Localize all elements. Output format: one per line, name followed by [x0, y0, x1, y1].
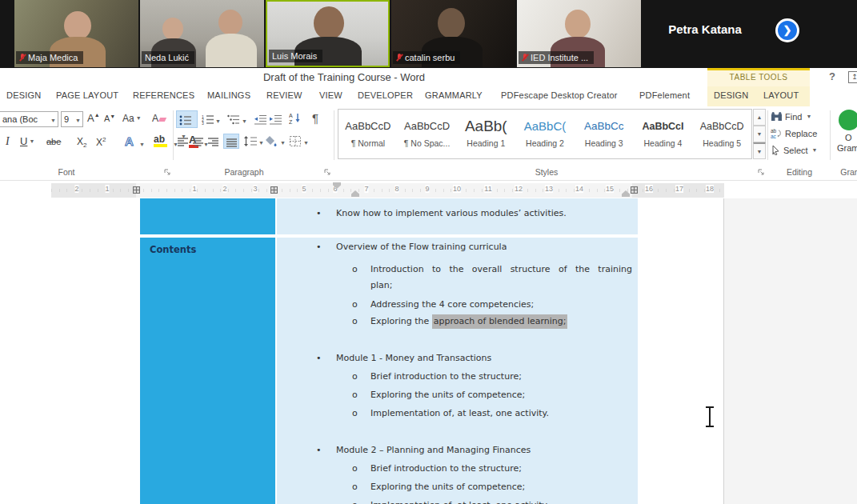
styles-more-button[interactable]: ▼	[753, 142, 766, 159]
circle-bullet-icon: o	[352, 371, 366, 382]
multilevel-list-button[interactable]: ▼	[227, 114, 247, 128]
change-case-button[interactable]: Aa▼	[122, 113, 142, 124]
participant-name-label: catalin serbu	[393, 51, 460, 64]
ruler-number: 7	[364, 185, 368, 193]
help-icon[interactable]: ?	[829, 70, 835, 82]
table-cell-contents-body[interactable]: • Overview of the Flow training curricul…	[277, 238, 638, 504]
video-tile-ied[interactable]: IED Institute ...	[517, 0, 641, 67]
shading-button[interactable]: ▼	[266, 135, 286, 150]
table-column-marker[interactable]	[270, 186, 278, 194]
font-group-label: Font	[58, 167, 74, 177]
align-center-button[interactable]	[193, 136, 204, 150]
binoculars-icon	[771, 111, 783, 122]
replace-button[interactable]: abac Replace	[771, 128, 817, 138]
ruler-number: 12	[515, 185, 523, 193]
numbering-button[interactable]: 123▼	[202, 114, 221, 128]
table-cell-contents-header[interactable]: Contents	[140, 238, 275, 504]
style-normal[interactable]: AaBbCcD ¶ Normal	[338, 110, 398, 158]
font-dialog-launcher[interactable]	[164, 169, 170, 175]
doc-text-clipped: women;	[336, 198, 371, 199]
underline-button[interactable]: U▼	[20, 135, 34, 147]
video-tile-maja[interactable]: Maja Medica	[14, 0, 138, 67]
clear-formatting-button[interactable]: A	[152, 113, 166, 124]
svg-text:ac: ac	[771, 134, 777, 138]
table-column-marker[interactable]	[631, 186, 638, 194]
ribbon-display-options-icon[interactable]: ↥	[848, 71, 857, 83]
table-cell-header-row1[interactable]	[140, 198, 275, 234]
style-heading5[interactable]: AaBbCcD Heading 5	[692, 110, 751, 158]
style-heading4[interactable]: AaBbCcI Heading 4	[634, 110, 693, 158]
editing-group-label: Editing	[787, 167, 812, 177]
decrease-indent-button[interactable]	[254, 114, 266, 128]
styles-scroll-down-button[interactable]: ▼	[753, 126, 766, 142]
video-tile-catalin[interactable]: catalin serbu	[391, 0, 515, 67]
tab-pdfescape[interactable]: PDFescape Desktop Creator	[501, 90, 618, 100]
paragraph-group-label: Paragraph	[224, 167, 263, 177]
font-name-combo[interactable]: ana (Boc ▼	[0, 111, 58, 127]
strikethrough-button[interactable]: abe	[46, 137, 61, 146]
borders-button[interactable]: ▼	[290, 135, 309, 150]
video-tile-luis-speaking[interactable]: Luis Morais	[266, 0, 390, 67]
table-cell-body-row1[interactable]: women; • Know how to implement various m…	[277, 198, 638, 234]
app-background	[724, 198, 857, 504]
tab-pdfelement[interactable]: PDFelement	[639, 90, 690, 100]
ruler-left-margin	[51, 183, 136, 198]
increase-indent-button[interactable]	[270, 114, 282, 128]
italic-button[interactable]: I	[6, 135, 10, 148]
doc-text: Implementation of, at least, one activit…	[370, 500, 549, 504]
styles-gallery: AaBbCcD ¶ Normal AaBbCcD ¶ No Spac... Aa…	[338, 109, 752, 159]
tab-table-layout[interactable]: LAYOUT	[763, 90, 799, 100]
table-column-marker[interactable]	[133, 186, 140, 194]
selected-text: approach of blended learning;	[432, 314, 568, 329]
font-size-combo[interactable]: 9 ▼	[61, 111, 83, 127]
align-left-button[interactable]	[178, 136, 189, 150]
tab-view[interactable]: VIEW	[319, 90, 342, 100]
ruler-number: 16	[645, 185, 653, 193]
style-heading3[interactable]: AaBbCc Heading 3	[575, 110, 634, 158]
shrink-font-button[interactable]: A▼	[104, 114, 115, 123]
style-no-spacing[interactable]: AaBbCcD ¶ No Spac...	[398, 110, 457, 158]
participant-silhouette	[565, 10, 591, 38]
align-right-button[interactable]	[208, 136, 219, 150]
tab-grammarly[interactable]: GRAMMARLY	[425, 90, 483, 100]
bullets-button[interactable]: ▼	[176, 110, 198, 128]
superscript-button[interactable]: X2	[96, 136, 106, 148]
line-spacing-button[interactable]: ▼	[244, 135, 264, 150]
subscript-button[interactable]: X2	[77, 136, 86, 149]
style-heading2[interactable]: AaBbC( Heading 2	[515, 110, 575, 158]
expand-participants-button[interactable]: ❯	[775, 18, 799, 42]
grow-font-button[interactable]: A▲	[87, 112, 100, 124]
tab-table-design[interactable]: DESIGN	[714, 90, 748, 100]
select-button[interactable]: Select▼	[771, 145, 818, 155]
paragraph-dialog-launcher[interactable]	[324, 169, 330, 175]
styles-scroll-up-button[interactable]: ▲	[753, 109, 766, 126]
show-paragraph-marks-button[interactable]: ¶	[312, 111, 318, 125]
tab-mailings[interactable]: MAILINGS	[207, 90, 250, 100]
grammarly-icon[interactable]	[839, 110, 857, 130]
tab-design[interactable]: DESIGN	[6, 90, 41, 100]
tab-review[interactable]: REVIEW	[266, 90, 302, 100]
table-tools-context-header: TABLE TOOLS	[707, 68, 810, 86]
tab-developer[interactable]: DEVELOPER	[358, 90, 413, 100]
circle-bullet-icon: o	[352, 316, 366, 326]
participant-name-label: IED Institute ...	[519, 51, 594, 64]
doc-text: Overview of the Flow training curricula	[336, 242, 507, 252]
svg-text:3: 3	[202, 121, 204, 125]
ruler-number: 2	[74, 185, 78, 193]
tab-page-layout[interactable]: PAGE LAYOUT	[56, 90, 118, 100]
justify-button[interactable]	[223, 134, 239, 149]
video-tile-neda[interactable]: Neda Lukić	[140, 0, 264, 67]
doc-text: Exploring the units of competence;	[370, 482, 525, 492]
tab-references[interactable]: REFERENCES	[133, 90, 194, 100]
doc-text: Module 1 - Money and Transactions	[336, 353, 491, 363]
styles-dialog-launcher[interactable]	[758, 169, 764, 175]
text-effects-button[interactable]: A	[125, 134, 134, 148]
highlight-color-button[interactable]: ab	[154, 134, 167, 147]
style-heading1[interactable]: AaBb( Heading 1	[456, 110, 515, 158]
doc-text: Exploring the units of competence;	[370, 390, 525, 400]
find-button[interactable]: Find▼	[771, 111, 811, 122]
open-grammarly-button[interactable]: O	[845, 133, 852, 142]
sort-button[interactable]: AZ	[289, 112, 302, 127]
bullet-icon: •	[316, 242, 332, 252]
doc-text: Exploring the approach of blended learni…	[370, 316, 567, 326]
